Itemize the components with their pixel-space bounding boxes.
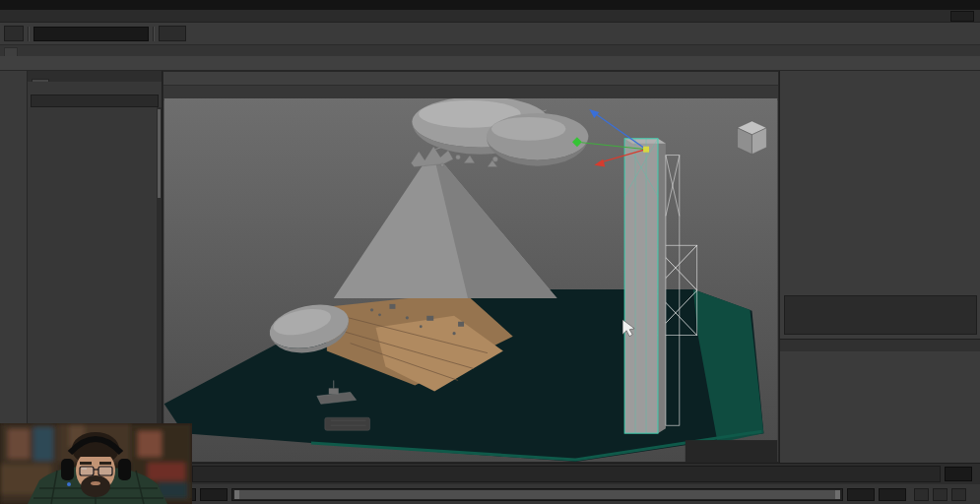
shelf-icon-row	[0, 56, 980, 71]
viewport-canvas[interactable]	[163, 98, 778, 462]
outliner-panel	[28, 71, 163, 463]
anim-layer-selector[interactable]	[914, 488, 929, 501]
outliner-scrollbar[interactable]	[157, 107, 162, 463]
range-slider[interactable]	[231, 488, 843, 501]
webcam-overlay	[0, 423, 192, 504]
channel-box-panel	[779, 71, 980, 463]
viewport-panel	[163, 71, 779, 463]
outliner-tab[interactable]	[32, 79, 49, 82]
view-cube[interactable]	[738, 121, 767, 155]
shelf-tabs	[0, 45, 980, 56]
outliner-search	[31, 94, 159, 107]
time-slider-track[interactable]	[192, 466, 941, 482]
range-slider-bar	[163, 484, 980, 504]
layer-editor-icons	[780, 362, 980, 374]
viewport-menus	[163, 72, 778, 85]
status-line	[0, 23, 980, 45]
input-line-field[interactable]	[33, 27, 149, 41]
main-menubar	[0, 10, 980, 23]
playback-controls	[976, 464, 980, 484]
maya-application-window	[0, 0, 980, 504]
workspace-selector[interactable]	[950, 11, 974, 22]
selection-mask-selector[interactable]	[159, 26, 186, 41]
selected-object[interactable]	[624, 139, 666, 433]
outliner-menus	[28, 82, 162, 93]
animation-end-field[interactable]	[879, 488, 906, 501]
channel-box-menus	[780, 83, 980, 94]
channel-box-toolbar	[780, 71, 980, 83]
current-frame-field[interactable]	[945, 467, 972, 481]
layer-editor-menus	[780, 351, 980, 362]
layer-editor	[780, 339, 980, 463]
search-input[interactable]	[37, 96, 152, 105]
character-set-selector[interactable]	[933, 488, 947, 501]
window-titlebar	[0, 0, 980, 10]
fps-box	[686, 440, 777, 462]
shapes-header	[780, 99, 980, 104]
layer-editor-tabs	[780, 340, 980, 351]
outliner-list	[28, 107, 157, 463]
playback-end-field[interactable]	[847, 488, 875, 501]
menu-set-selector[interactable]	[4, 26, 24, 41]
time-slider[interactable]	[163, 463, 980, 484]
channel-box-empty-area	[784, 295, 977, 335]
playback-start-field[interactable]	[200, 488, 228, 501]
fps-selector[interactable]	[951, 488, 966, 501]
